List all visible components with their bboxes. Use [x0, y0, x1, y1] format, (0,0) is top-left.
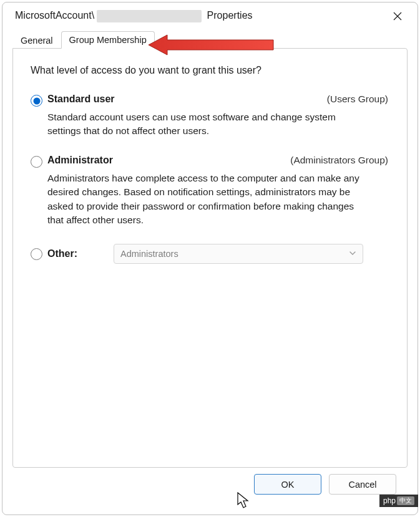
cancel-button[interactable]: Cancel: [329, 474, 396, 495]
close-icon: [393, 11, 403, 21]
option-standard-row: Standard user (Users Group): [31, 94, 389, 107]
redacted-username: [97, 10, 202, 22]
group-membership-panel: What level of access do you want to gran…: [12, 48, 408, 468]
close-button[interactable]: [386, 7, 409, 25]
ok-button[interactable]: OK: [254, 474, 321, 495]
tab-strip: General Group Membership: [2, 27, 418, 49]
window-title: MicrosoftAccount\ Properties: [15, 10, 253, 22]
title-suffix: Properties: [204, 10, 252, 21]
label-administrator: Administrator: [47, 155, 113, 166]
label-standard-user: Standard user: [47, 94, 115, 105]
option-administrator-row: Administrator (Administrators Group): [31, 155, 389, 168]
tab-group-membership[interactable]: Group Membership: [61, 31, 155, 49]
radio-administrator[interactable]: [31, 156, 42, 168]
watermark-badge: 中文: [397, 496, 414, 505]
title-prefix: MicrosoftAccount\: [15, 10, 94, 21]
combo-value: Administrators: [120, 249, 178, 259]
properties-dialog: MicrosoftAccount\ Properties General Gro…: [2, 2, 418, 515]
desc-standard-user: Standard account users can use most soft…: [47, 110, 359, 138]
radio-standard-user[interactable]: [31, 95, 42, 107]
watermark: php中文: [379, 495, 418, 507]
tab-general[interactable]: General: [12, 32, 61, 49]
option-other-row: Other: Administrators: [31, 244, 389, 264]
chevron-down-icon: [349, 249, 356, 259]
label-other: Other:: [47, 248, 92, 259]
watermark-text: php: [383, 496, 396, 505]
desc-administrator: Administrators have complete access to t…: [47, 172, 359, 228]
radio-other[interactable]: [31, 248, 42, 260]
access-question: What level of access do you want to gran…: [31, 65, 389, 76]
other-group-combobox[interactable]: Administrators: [114, 244, 363, 264]
titlebar: MicrosoftAccount\ Properties: [2, 2, 418, 27]
group-standard-user: (Users Group): [327, 94, 389, 105]
group-administrator: (Administrators Group): [290, 155, 389, 166]
dialog-buttons: OK Cancel: [12, 468, 408, 505]
panel-wrap: What level of access do you want to gran…: [2, 48, 418, 515]
